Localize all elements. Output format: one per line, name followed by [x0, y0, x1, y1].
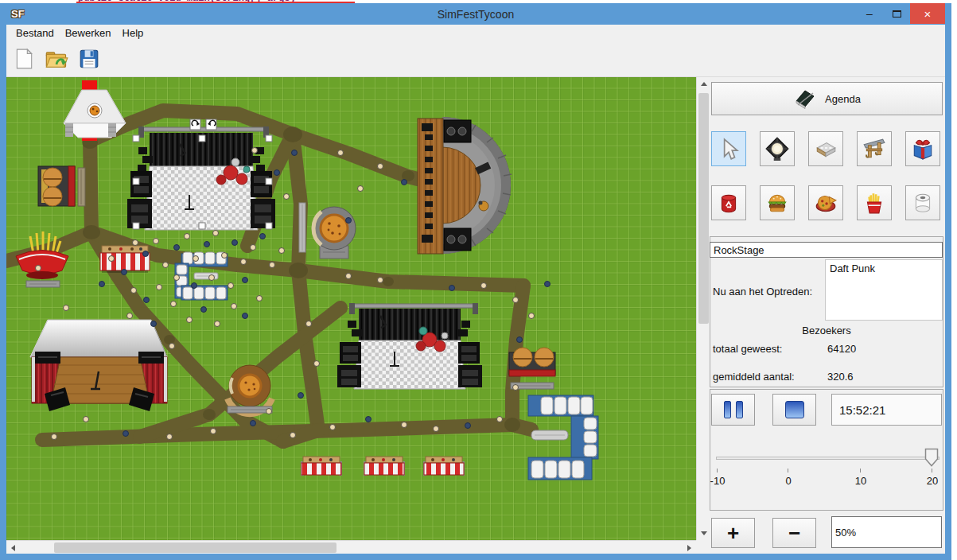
striped-food-stand[interactable] — [100, 246, 150, 273]
clock-time: 15:52:21 — [839, 403, 885, 417]
tool-trash-bin[interactable] — [711, 185, 746, 220]
hamburger-stand-east[interactable] — [509, 348, 555, 389]
tick-label-20: 20 — [927, 475, 938, 487]
tool-spotlight[interactable] — [760, 131, 795, 166]
tick-label-0: 0 — [785, 475, 791, 487]
fries-icon — [862, 191, 886, 215]
speed-slider-track[interactable] — [716, 457, 939, 460]
tool-entrance-gate[interactable] — [857, 131, 892, 166]
maximize-icon — [893, 10, 901, 18]
tool-select-cursor[interactable] — [711, 131, 746, 166]
barrier-stand-2[interactable] — [364, 457, 405, 476]
window-title: SimFestTycoon — [6, 8, 945, 21]
trash-bin-icon — [717, 191, 741, 215]
speed-slider-thumb[interactable] — [924, 448, 939, 467]
toolbar — [6, 41, 945, 77]
scroll-left-button[interactable] — [6, 541, 20, 554]
visitors-heading: Bezoekers — [710, 325, 943, 336]
average-visitors-value: 320.6 — [827, 371, 854, 383]
pizza-table-south[interactable] — [228, 365, 272, 414]
open-file-icon — [45, 47, 68, 71]
hamburger-icon — [765, 191, 789, 215]
tool-hamburger[interactable] — [760, 185, 795, 220]
pause-icon-bar2 — [736, 401, 743, 418]
maximize-button[interactable] — [883, 3, 910, 24]
zoom-in-button[interactable]: + — [711, 518, 755, 548]
toilet-block-east[interactable] — [528, 395, 598, 480]
save-file-button[interactable] — [76, 46, 102, 72]
open-file-button[interactable] — [44, 46, 69, 72]
tool-toilet-paper[interactable] — [905, 185, 940, 220]
gift-icon — [911, 137, 935, 161]
scroll-right-icon — [687, 545, 691, 551]
now-performing-artist: Daft Punk — [830, 262, 875, 274]
agenda-book-icon — [793, 88, 817, 109]
app-window: SF SimFestTycoon – × Bestand Bewerken He… — [0, 3, 951, 560]
tool-fries[interactable] — [857, 185, 892, 220]
horizontal-scroll-thumb[interactable] — [54, 542, 337, 553]
scroll-up-button[interactable] — [697, 77, 710, 91]
map-vertical-scrollbar[interactable] — [696, 77, 710, 540]
barrier-stand-1[interactable] — [301, 457, 342, 476]
pizza-icon — [814, 191, 838, 215]
pause-icon — [724, 401, 731, 418]
tick-label-10: 10 — [855, 475, 866, 487]
scroll-down-button[interactable] — [697, 527, 710, 540]
second-rock-stage[interactable] — [337, 303, 482, 389]
menu-bestand[interactable]: Bestand — [10, 25, 60, 41]
entrance-gate-icon — [862, 137, 886, 161]
zoom-out-button[interactable]: − — [772, 518, 816, 548]
total-visitors-label: totaal geweest: — [713, 343, 782, 355]
side-panel: Agenda — [710, 77, 945, 554]
map-viewport[interactable] — [6, 77, 710, 554]
tick-10 — [860, 469, 861, 472]
stop-icon — [785, 401, 804, 418]
spotlight-icon — [765, 137, 789, 161]
save-file-icon — [78, 48, 100, 70]
zoom-level-input[interactable] — [831, 516, 942, 548]
tool-road-tile[interactable] — [808, 131, 843, 166]
stop-button[interactable] — [772, 394, 816, 426]
menu-bewerken[interactable]: Bewerken — [60, 25, 117, 41]
pause-button[interactable] — [711, 394, 755, 426]
now-performing-box: Daft Punk — [825, 259, 943, 321]
vertical-scroll-thumb[interactable] — [698, 93, 709, 324]
now-performing-label: Nu aan het Optreden: — [713, 286, 812, 298]
barrier-stand-3[interactable] — [423, 457, 465, 476]
titlebar[interactable]: SF SimFestTycoon – × — [6, 3, 945, 25]
barn-stage[interactable] — [30, 320, 167, 411]
new-file-button[interactable] — [11, 46, 37, 72]
cursor-icon — [717, 137, 741, 161]
agenda-button[interactable]: Agenda — [711, 82, 943, 115]
stage-name-input[interactable] — [710, 242, 943, 258]
tool-pizza[interactable] — [808, 185, 843, 220]
close-button[interactable]: × — [910, 3, 945, 24]
minimize-button[interactable]: – — [856, 3, 883, 24]
close-icon: × — [924, 7, 932, 21]
tick-20 — [932, 469, 932, 472]
screen: public static void main(String[] args) S… — [0, 0, 957, 560]
map-horizontal-scrollbar[interactable] — [6, 540, 696, 554]
hamburger-stand-west[interactable] — [38, 166, 85, 206]
scrollbar-corner — [696, 540, 710, 554]
total-visitors-value: 64120 — [827, 343, 856, 355]
agenda-button-label: Agenda — [825, 93, 861, 105]
new-file-icon — [13, 48, 35, 70]
tool-gift[interactable] — [905, 131, 940, 166]
plus-icon: + — [727, 521, 739, 546]
tick-0 — [788, 469, 788, 472]
tick-minus10 — [717, 469, 718, 472]
road-tile-icon — [814, 137, 838, 161]
scroll-down-icon — [701, 531, 707, 535]
menu-help[interactable]: Help — [117, 25, 150, 41]
scroll-left-icon — [11, 545, 15, 551]
menubar: Bestand Bewerken Help — [6, 25, 945, 41]
scroll-right-button[interactable] — [683, 541, 696, 554]
average-visitors-label: gemiddeld aantal: — [713, 371, 795, 383]
toilet-paper-icon — [911, 191, 935, 215]
tick-label-minus10: -10 — [710, 475, 726, 487]
clock-display: 15:52:21 — [831, 394, 942, 426]
festival-map-canvas[interactable] — [6, 77, 696, 540]
minus-icon: − — [788, 521, 800, 546]
scroll-up-icon — [701, 82, 707, 86]
